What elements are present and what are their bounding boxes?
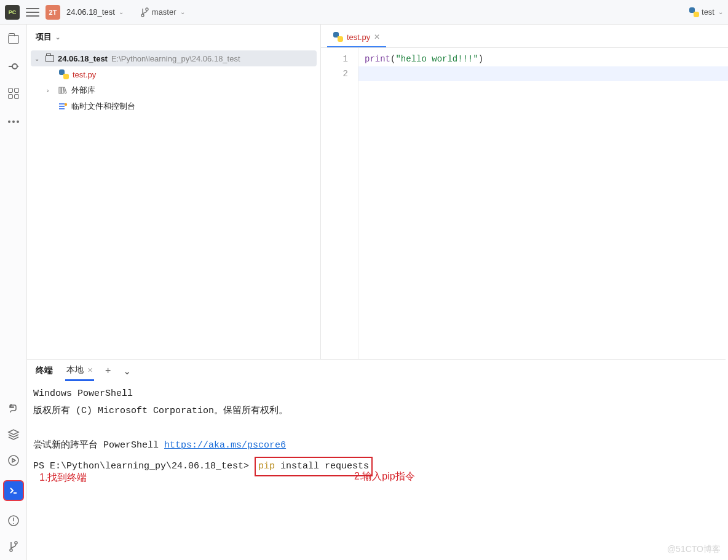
python-console-icon[interactable] <box>7 403 20 415</box>
tree-scratches[interactable]: 临时文件和控制台 <box>31 98 317 114</box>
code-token: "hello world!!!" <box>395 54 478 64</box>
tree-root[interactable]: ⌄ 24.06.18_test E:\Python\learning_py\24… <box>31 50 317 66</box>
project-tool-icon[interactable] <box>7 33 20 45</box>
command-pip: pip <box>258 461 275 471</box>
terminal-tab-label: 本地 <box>66 365 84 374</box>
close-icon[interactable]: ✕ <box>87 366 93 374</box>
tree-root-path: E:\Python\learning_py\24.06.18_test <box>111 54 240 63</box>
terminal-line: 尝试新的跨平台 PowerShell https://aka.ms/pscore… <box>33 437 719 454</box>
code-token: print <box>365 54 390 64</box>
code-token: ) <box>478 54 483 64</box>
run-config-selector[interactable]: test ⌄ <box>689 7 723 17</box>
chevron-down-icon: ⌄ <box>119 9 124 15</box>
add-terminal-button[interactable]: + <box>105 365 111 376</box>
chevron-down-icon: ⌄ <box>34 55 42 62</box>
project-panel-header[interactable]: 项目 ⌄ <box>27 25 320 49</box>
editor-tab-label: test.py <box>347 33 370 42</box>
app-icon: PC <box>5 5 20 20</box>
chevron-down-icon: ⌄ <box>718 9 723 15</box>
structure-tool-icon[interactable] <box>7 87 20 100</box>
python-icon <box>59 69 69 79</box>
svg-point-0 <box>9 455 18 465</box>
services-icon[interactable] <box>7 428 20 441</box>
annotation-1: 1.找到终端 <box>39 469 87 486</box>
tree-root-name: 24.06.18_test <box>58 54 108 63</box>
line-number: 1 <box>321 52 348 66</box>
scratches-icon <box>58 102 68 111</box>
library-icon <box>58 86 68 95</box>
terminal-line: Windows PowerShell <box>33 385 719 403</box>
left-tool-rail <box>0 25 27 560</box>
git-branch-selector[interactable]: master ⌄ <box>141 7 185 17</box>
hamburger-icon[interactable] <box>26 7 39 18</box>
svg-point-2 <box>65 103 67 106</box>
terminal-line: 版权所有 (C) Microsoft Corporation。保留所有权利。 <box>33 403 719 420</box>
chevron-right-icon: › <box>47 87 54 94</box>
commit-tool-icon[interactable] <box>9 61 18 71</box>
git-branch-icon <box>141 7 149 17</box>
terminal-body[interactable]: Windows PowerShell 版权所有 (C) Microsoft Co… <box>27 382 726 560</box>
terminal-tool-icon[interactable] <box>3 480 24 501</box>
terminal-menu-chevron-icon[interactable]: ⌄ <box>123 365 131 377</box>
run-config-name: test <box>702 7 714 17</box>
terminal-tab[interactable]: 本地✕ <box>65 361 94 381</box>
project-panel-title: 项目 <box>36 31 52 42</box>
terminal-panel: 终端 本地✕ + ⌄ Windows PowerShell 版权所有 (C) M… <box>27 359 726 560</box>
more-tool-icon[interactable] <box>7 116 20 128</box>
chevron-down-icon: ⌄ <box>55 34 60 41</box>
watermark: @51CTO博客 <box>667 544 721 555</box>
tree-label: 临时文件和控制台 <box>71 101 135 112</box>
terminal-text: 尝试新的跨平台 PowerShell <box>33 440 164 451</box>
chevron-down-icon: ⌄ <box>180 9 185 15</box>
project-selector[interactable]: 24.06.18_test ⌄ <box>66 7 124 17</box>
problems-icon[interactable] <box>7 515 20 527</box>
line-number: 2 <box>321 66 348 81</box>
terminal-title[interactable]: 终端 <box>34 361 54 380</box>
terminal-header: 终端 本地✕ + ⌄ <box>27 360 726 382</box>
editor-tab[interactable]: test.py ✕ <box>327 28 386 47</box>
project-name: 24.06.18_test <box>66 7 115 17</box>
tree-label: 外部库 <box>71 85 95 96</box>
tree-external-libs[interactable]: › 外部库 <box>31 82 317 98</box>
folder-icon <box>46 55 54 62</box>
run-tool-icon[interactable] <box>7 454 20 467</box>
annotation-2: 2.输入pip指令 <box>354 468 415 485</box>
vcs-icon[interactable] <box>7 540 20 553</box>
top-toolbar: PC 2T 24.06.18_test ⌄ master ⌄ test ⌄ <box>0 0 728 25</box>
tree-file[interactable]: test.py <box>31 66 317 82</box>
close-icon[interactable]: ✕ <box>374 33 380 41</box>
python-icon <box>689 7 699 17</box>
tree-file-name: test.py <box>73 70 96 79</box>
branch-name: master <box>152 7 176 17</box>
project-badge-icon: 2T <box>46 5 60 20</box>
python-icon <box>333 32 343 42</box>
editor-tabs: test.py ✕ <box>321 25 728 48</box>
terminal-link[interactable]: https://aka.ms/pscore6 <box>164 440 286 451</box>
